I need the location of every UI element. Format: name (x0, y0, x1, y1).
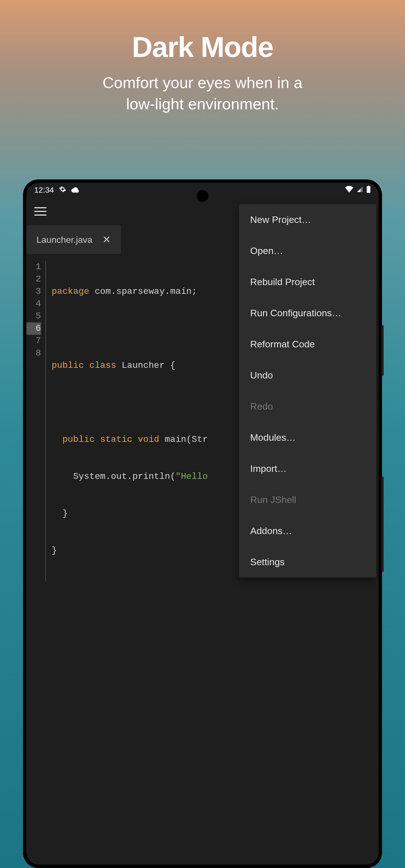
phone-side-button (381, 476, 384, 572)
hamburger-menu-button[interactable] (34, 205, 47, 218)
gear-icon (59, 186, 66, 195)
phone-side-button (381, 325, 384, 376)
cloud-icon (71, 186, 80, 194)
menu-item-import[interactable]: Import… (239, 453, 376, 484)
options-menu: New Project…Open…Rebuild ProjectRun Conf… (239, 204, 376, 578)
menu-item-reformat-code[interactable]: Reformat Code (239, 329, 376, 360)
hero-title: Dark Mode (0, 31, 405, 64)
camera-notch (197, 190, 208, 202)
tab-filename: Launcher.java (36, 235, 92, 245)
hero-subtitle: Comfort your eyes when in a low-light en… (0, 72, 405, 114)
menu-item-addons[interactable]: Addons… (239, 515, 376, 547)
code-content[interactable]: package com.sparseway.main; public class… (46, 261, 208, 582)
status-time: 12:34 (34, 186, 54, 194)
menu-item-modules[interactable]: Modules… (239, 422, 376, 453)
svg-rect-0 (368, 186, 369, 186)
wifi-icon (345, 186, 353, 194)
hero-section: Dark Mode Comfort your eyes when in a lo… (0, 0, 405, 114)
battery-icon (366, 186, 371, 195)
svg-rect-1 (367, 186, 371, 193)
menu-item-redo: Redo (239, 391, 376, 422)
menu-item-undo[interactable]: Undo (239, 360, 376, 391)
menu-item-new-project[interactable]: New Project… (239, 204, 376, 235)
signal-icon (356, 186, 364, 194)
menu-item-settings[interactable]: Settings (239, 547, 376, 578)
file-tab[interactable]: Launcher.java ✕ (26, 225, 121, 254)
phone-screen: 12:34 (26, 183, 379, 865)
line-gutter: 1 2 3 4 5 6 7 8 (26, 261, 46, 582)
menu-item-rebuild-project[interactable]: Rebuild Project (239, 266, 376, 298)
menu-item-run-jshell: Run JShell (239, 484, 376, 515)
menu-item-open[interactable]: Open… (239, 235, 376, 266)
close-icon[interactable]: ✕ (103, 234, 111, 246)
phone-frame: 12:34 (23, 180, 382, 868)
menu-item-run-configurations[interactable]: Run Configurations… (239, 298, 376, 329)
